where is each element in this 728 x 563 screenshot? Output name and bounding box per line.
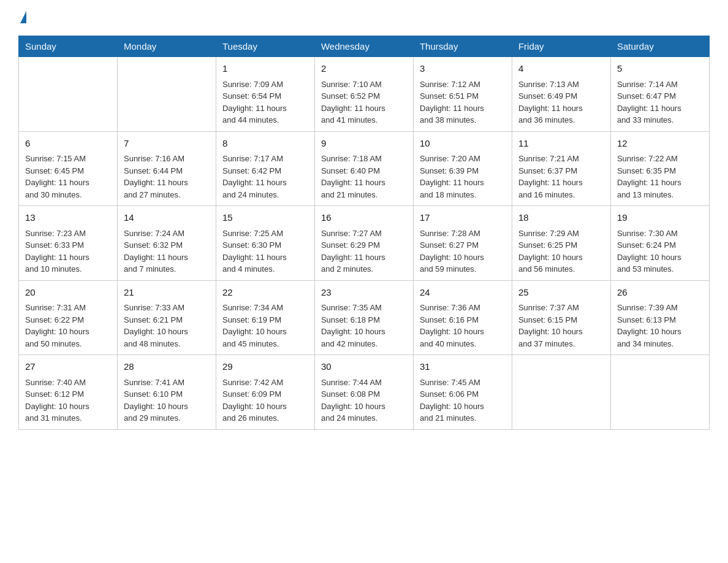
day-number: 13	[25, 211, 111, 225]
calendar-cell: 17Sunrise: 7:28 AMSunset: 6:27 PMDayligh…	[413, 206, 512, 281]
day-number: 26	[617, 286, 703, 300]
calendar-cell: 19Sunrise: 7:30 AMSunset: 6:24 PMDayligh…	[610, 206, 709, 281]
day-info: Sunrise: 7:13 AMSunset: 6:49 PMDaylight:…	[518, 79, 604, 126]
day-info: Sunrise: 7:35 AMSunset: 6:18 PMDaylight:…	[321, 302, 407, 350]
calendar-cell	[19, 57, 118, 132]
day-info: Sunrise: 7:12 AMSunset: 6:51 PMDaylight:…	[420, 79, 506, 126]
day-info: Sunrise: 7:22 AMSunset: 6:35 PMDaylight:…	[617, 153, 703, 201]
day-info: Sunrise: 7:15 AMSunset: 6:45 PMDaylight:…	[25, 153, 111, 201]
day-number: 18	[518, 211, 604, 225]
day-info: Sunrise: 7:33 AMSunset: 6:21 PMDaylight:…	[124, 302, 210, 350]
calendar-cell: 2Sunrise: 7:10 AMSunset: 6:52 PMDaylight…	[314, 57, 413, 132]
day-number: 17	[420, 211, 506, 225]
day-info: Sunrise: 7:31 AMSunset: 6:22 PMDaylight:…	[25, 302, 111, 350]
day-info: Sunrise: 7:40 AMSunset: 6:12 PMDaylight:…	[25, 377, 111, 424]
day-number: 20	[25, 286, 111, 300]
weekday-header-tuesday: Tuesday	[216, 36, 314, 57]
day-number: 10	[420, 137, 506, 151]
weekday-header-row: SundayMondayTuesdayWednesdayThursdayFrid…	[19, 36, 710, 57]
calendar-cell: 18Sunrise: 7:29 AMSunset: 6:25 PMDayligh…	[512, 206, 610, 281]
day-info: Sunrise: 7:27 AMSunset: 6:29 PMDaylight:…	[321, 228, 407, 275]
day-info: Sunrise: 7:20 AMSunset: 6:39 PMDaylight:…	[420, 153, 506, 201]
page-header	[18, 12, 710, 25]
day-number: 22	[222, 286, 308, 300]
day-info: Sunrise: 7:41 AMSunset: 6:10 PMDaylight:…	[124, 377, 210, 424]
day-number: 21	[124, 286, 210, 300]
calendar-cell: 22Sunrise: 7:34 AMSunset: 6:19 PMDayligh…	[216, 280, 314, 355]
day-info: Sunrise: 7:10 AMSunset: 6:52 PMDaylight:…	[321, 79, 407, 126]
day-info: Sunrise: 7:37 AMSunset: 6:15 PMDaylight:…	[518, 302, 604, 350]
calendar-week-2: 6Sunrise: 7:15 AMSunset: 6:45 PMDaylight…	[19, 131, 710, 206]
day-info: Sunrise: 7:14 AMSunset: 6:47 PMDaylight:…	[617, 79, 703, 126]
day-number: 28	[124, 360, 210, 374]
calendar-cell: 15Sunrise: 7:25 AMSunset: 6:30 PMDayligh…	[216, 206, 314, 281]
calendar-cell: 14Sunrise: 7:24 AMSunset: 6:32 PMDayligh…	[117, 206, 216, 281]
day-number: 23	[321, 286, 407, 300]
calendar-cell: 13Sunrise: 7:23 AMSunset: 6:33 PMDayligh…	[19, 206, 118, 281]
day-number: 31	[420, 360, 506, 374]
day-number: 12	[617, 137, 703, 151]
calendar-week-1: 1Sunrise: 7:09 AMSunset: 6:54 PMDaylight…	[19, 57, 710, 132]
day-number: 25	[518, 286, 604, 300]
weekday-header-saturday: Saturday	[610, 36, 709, 57]
logo	[18, 12, 26, 25]
day-number: 6	[25, 137, 111, 151]
day-number: 27	[25, 360, 111, 374]
weekday-header-thursday: Thursday	[413, 36, 512, 57]
day-number: 8	[222, 137, 308, 151]
day-number: 1	[222, 62, 308, 76]
day-info: Sunrise: 7:24 AMSunset: 6:32 PMDaylight:…	[124, 228, 210, 275]
day-info: Sunrise: 7:29 AMSunset: 6:25 PMDaylight:…	[518, 228, 604, 275]
calendar-cell: 20Sunrise: 7:31 AMSunset: 6:22 PMDayligh…	[19, 280, 118, 355]
day-info: Sunrise: 7:28 AMSunset: 6:27 PMDaylight:…	[420, 228, 506, 275]
calendar-cell: 11Sunrise: 7:21 AMSunset: 6:37 PMDayligh…	[512, 131, 610, 206]
day-number: 29	[222, 360, 308, 374]
day-info: Sunrise: 7:34 AMSunset: 6:19 PMDaylight:…	[222, 302, 308, 350]
weekday-header-wednesday: Wednesday	[314, 36, 413, 57]
weekday-header-monday: Monday	[117, 36, 216, 57]
calendar-cell: 1Sunrise: 7:09 AMSunset: 6:54 PMDaylight…	[216, 57, 314, 132]
day-number: 15	[222, 211, 308, 225]
day-number: 30	[321, 360, 407, 374]
day-info: Sunrise: 7:39 AMSunset: 6:13 PMDaylight:…	[617, 302, 703, 350]
day-info: Sunrise: 7:45 AMSunset: 6:06 PMDaylight:…	[420, 377, 506, 424]
day-number: 16	[321, 211, 407, 225]
calendar-cell: 3Sunrise: 7:12 AMSunset: 6:51 PMDaylight…	[413, 57, 512, 132]
calendar-cell: 6Sunrise: 7:15 AMSunset: 6:45 PMDaylight…	[19, 131, 118, 206]
weekday-header-sunday: Sunday	[19, 36, 118, 57]
day-info: Sunrise: 7:42 AMSunset: 6:09 PMDaylight:…	[222, 377, 308, 424]
calendar-cell: 31Sunrise: 7:45 AMSunset: 6:06 PMDayligh…	[413, 355, 512, 430]
day-number: 5	[617, 62, 703, 76]
calendar-cell: 21Sunrise: 7:33 AMSunset: 6:21 PMDayligh…	[117, 280, 216, 355]
calendar-cell	[512, 355, 610, 430]
calendar-cell: 24Sunrise: 7:36 AMSunset: 6:16 PMDayligh…	[413, 280, 512, 355]
day-info: Sunrise: 7:09 AMSunset: 6:54 PMDaylight:…	[222, 79, 308, 126]
day-number: 2	[321, 62, 407, 76]
calendar-cell: 27Sunrise: 7:40 AMSunset: 6:12 PMDayligh…	[19, 355, 118, 430]
day-info: Sunrise: 7:21 AMSunset: 6:37 PMDaylight:…	[518, 153, 604, 201]
calendar-cell: 9Sunrise: 7:18 AMSunset: 6:40 PMDaylight…	[314, 131, 413, 206]
calendar-cell: 23Sunrise: 7:35 AMSunset: 6:18 PMDayligh…	[314, 280, 413, 355]
calendar-cell: 10Sunrise: 7:20 AMSunset: 6:39 PMDayligh…	[413, 131, 512, 206]
calendar-table: SundayMondayTuesdayWednesdayThursdayFrid…	[18, 36, 710, 430]
day-info: Sunrise: 7:17 AMSunset: 6:42 PMDaylight:…	[222, 153, 308, 201]
day-number: 14	[124, 211, 210, 225]
day-number: 19	[617, 211, 703, 225]
day-info: Sunrise: 7:36 AMSunset: 6:16 PMDaylight:…	[420, 302, 506, 350]
calendar-cell: 5Sunrise: 7:14 AMSunset: 6:47 PMDaylight…	[610, 57, 709, 132]
day-info: Sunrise: 7:23 AMSunset: 6:33 PMDaylight:…	[25, 228, 111, 275]
day-info: Sunrise: 7:16 AMSunset: 6:44 PMDaylight:…	[124, 153, 210, 201]
calendar-cell	[117, 57, 216, 132]
day-number: 7	[124, 137, 210, 151]
weekday-header-friday: Friday	[512, 36, 610, 57]
calendar-cell	[610, 355, 709, 430]
day-number: 3	[420, 62, 506, 76]
calendar-cell: 26Sunrise: 7:39 AMSunset: 6:13 PMDayligh…	[610, 280, 709, 355]
day-info: Sunrise: 7:44 AMSunset: 6:08 PMDaylight:…	[321, 377, 407, 424]
calendar-cell: 29Sunrise: 7:42 AMSunset: 6:09 PMDayligh…	[216, 355, 314, 430]
calendar-week-4: 20Sunrise: 7:31 AMSunset: 6:22 PMDayligh…	[19, 280, 710, 355]
calendar-cell: 16Sunrise: 7:27 AMSunset: 6:29 PMDayligh…	[314, 206, 413, 281]
calendar-cell: 12Sunrise: 7:22 AMSunset: 6:35 PMDayligh…	[610, 131, 709, 206]
day-number: 9	[321, 137, 407, 151]
calendar-cell: 4Sunrise: 7:13 AMSunset: 6:49 PMDaylight…	[512, 57, 610, 132]
